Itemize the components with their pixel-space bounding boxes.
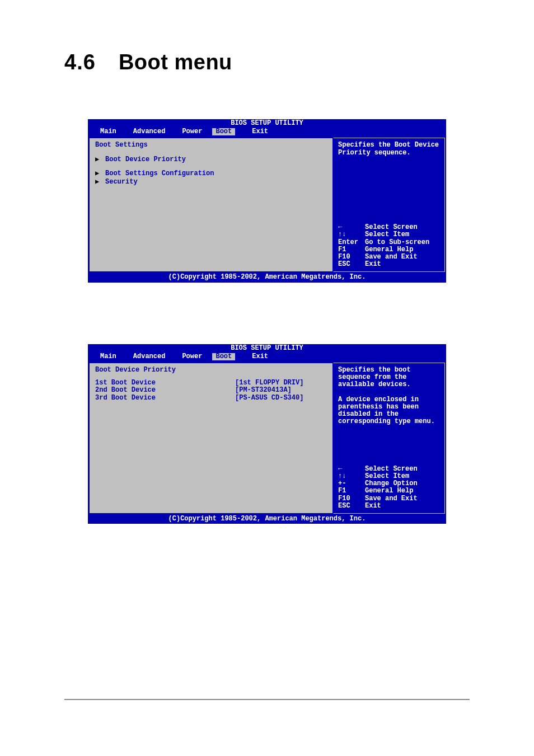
panel-heading: Boot Device Priority (95, 367, 327, 374)
help-text: Specifies the Boot Device Priority seque… (338, 142, 440, 156)
submenu-arrow-icon: ▶ (95, 179, 105, 186)
legend-action: Save and Exit (365, 495, 418, 503)
legend-action: General Help (365, 487, 413, 495)
tab-power[interactable]: Power (175, 128, 212, 135)
legend-action: Go to Sub-screen (365, 239, 429, 246)
option-label: 2nd Boot Device (95, 387, 235, 394)
option-3rd-boot-device[interactable]: 3rd Boot Device [PS-ASUS CD-S340] (95, 395, 327, 402)
tab-boot[interactable]: Boot (212, 353, 235, 360)
legend-action: Exit (365, 261, 381, 268)
menu-item-boot-settings-configuration[interactable]: ▶ Boot Settings Configuration (95, 170, 327, 177)
bios-main-panel: Boot Settings ▶ Boot Device Priority ▶ B… (89, 138, 333, 272)
menu-item-label: Boot Settings Configuration (105, 170, 214, 177)
bios-title: BIOS SETUP UTILITY (88, 344, 446, 352)
tab-main[interactable]: Main (93, 128, 127, 135)
option-label: 3rd Boot Device (95, 395, 235, 402)
bios-help-panel: Specifies the boot sequence from the ava… (333, 363, 445, 514)
bios-footer: (C)Copyright 1985-2002, American Megatre… (88, 515, 446, 524)
section-heading: 4.6 Boot menu (64, 50, 470, 74)
key-legend: ←Select Screen ↑↓Select Item +-Change Op… (338, 466, 440, 510)
submenu-arrow-icon: ▶ (95, 156, 105, 163)
option-value: [PS-ASUS CD-S340] (235, 395, 303, 402)
legend-action: Select Item (365, 231, 409, 238)
section-number: 4.6 (64, 50, 96, 74)
bios-menu-bar: Main Advanced Power Boot Exit (88, 127, 446, 137)
page-divider (64, 699, 470, 700)
tab-exit[interactable]: Exit (245, 353, 278, 360)
submenu-arrow-icon: ▶ (95, 170, 105, 177)
section-title: Boot menu (119, 50, 232, 74)
bios-title: BIOS SETUP UTILITY (88, 119, 446, 127)
tab-power[interactable]: Power (175, 353, 212, 360)
bios-screen-boot-settings: BIOS SETUP UTILITY Main Advanced Power B… (88, 119, 446, 283)
legend-key: ↑↓ (338, 231, 365, 238)
menu-item-security[interactable]: ▶ Security (95, 179, 327, 186)
tab-exit[interactable]: Exit (245, 128, 278, 135)
bios-help-panel: Specifies the Boot Device Priority seque… (333, 138, 445, 272)
menu-item-label: Boot Device Priority (105, 156, 186, 163)
legend-action: Exit (365, 503, 381, 510)
panel-heading: Boot Settings (95, 142, 327, 149)
legend-key: Enter (338, 239, 365, 246)
menu-item-label: Security (105, 179, 138, 186)
bios-footer: (C)Copyright 1985-2002, American Megatre… (88, 273, 446, 282)
tab-advanced[interactable]: Advanced (127, 128, 176, 135)
bios-main-panel: Boot Device Priority 1st Boot Device [1s… (89, 363, 333, 514)
option-value: [PM-ST320413A] (235, 387, 292, 394)
help-text: Specifies the boot sequence from the ava… (338, 367, 440, 426)
option-2nd-boot-device[interactable]: 2nd Boot Device [PM-ST320413A] (95, 387, 327, 394)
key-legend: ←Select Screen ↑↓Select Item EnterGo to … (338, 224, 440, 268)
bios-menu-bar: Main Advanced Power Boot Exit (88, 352, 446, 361)
tab-main[interactable]: Main (93, 353, 127, 360)
legend-key: ESC (338, 261, 365, 268)
legend-key: ESC (338, 503, 365, 510)
tab-advanced[interactable]: Advanced (127, 353, 176, 360)
menu-item-boot-device-priority[interactable]: ▶ Boot Device Priority (95, 156, 327, 163)
tab-boot[interactable]: Boot (212, 128, 235, 135)
bios-screen-boot-device-priority: BIOS SETUP UTILITY Main Advanced Power B… (88, 344, 446, 524)
legend-key: F10 (338, 495, 365, 503)
legend-key: F1 (338, 487, 365, 495)
